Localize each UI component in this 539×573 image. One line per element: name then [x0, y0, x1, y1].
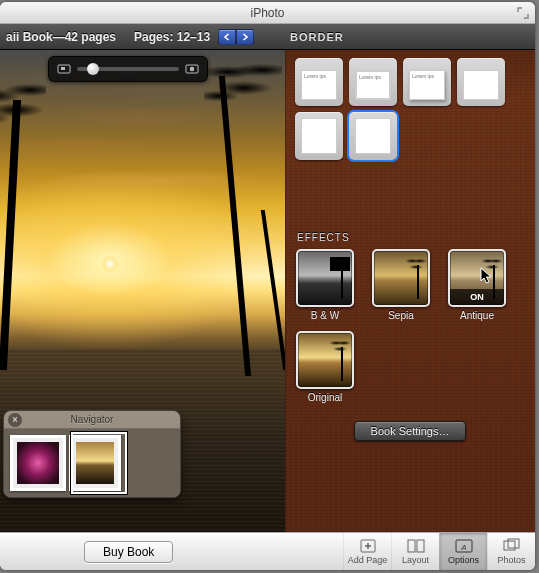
fullscreen-icon[interactable]: [517, 7, 529, 19]
photos-button[interactable]: Photos: [487, 533, 535, 570]
zoom-slider-thumb[interactable]: [87, 63, 99, 75]
effect-original[interactable]: Original: [295, 331, 355, 403]
effect-bw[interactable]: B & W: [295, 249, 355, 321]
options-panel: Lorem ips Lorem ips Lorem ips EFFECTS B …: [285, 50, 535, 532]
book-title: aii Book—42 pages: [6, 30, 116, 44]
zoom-out-icon[interactable]: [57, 63, 71, 75]
svg-rect-9: [504, 541, 515, 550]
prev-page-button[interactable]: [218, 29, 236, 45]
border-section-label: BORDER: [254, 31, 529, 43]
options-button[interactable]: A Options: [439, 533, 487, 570]
navigator-close-button[interactable]: ×: [8, 413, 22, 427]
effects-options: B & W Sepia ON Antique: [295, 249, 525, 403]
zoom-in-icon[interactable]: [185, 63, 199, 75]
page-canvas[interactable]: × Navigator: [0, 50, 285, 532]
border-option-shadow[interactable]: Lorem ips: [403, 58, 451, 106]
content-area: × Navigator Lorem ips Lorem ips Lorem ip…: [0, 50, 535, 532]
effects-section-label: EFFECTS: [297, 232, 525, 243]
svg-text:A: A: [460, 543, 466, 552]
next-page-button[interactable]: [236, 29, 254, 45]
cursor-icon: [480, 267, 494, 285]
effect-sepia[interactable]: Sepia: [371, 249, 431, 321]
zoom-slider[interactable]: [77, 67, 179, 71]
svg-rect-5: [408, 540, 415, 552]
border-option-selected[interactable]: [349, 112, 397, 160]
window: iPhoto aii Book—42 pages Pages: 12–13 BO…: [0, 2, 535, 570]
book-settings-button[interactable]: Book Settings…: [354, 421, 467, 441]
svg-rect-10: [508, 539, 519, 548]
border-option-thin[interactable]: Lorem ips: [349, 58, 397, 106]
page-indicator: Pages: 12–13: [134, 30, 210, 44]
border-option-plain[interactable]: Lorem ips: [295, 58, 343, 106]
navigator-viewport[interactable]: [71, 432, 127, 494]
svg-point-3: [190, 67, 194, 71]
add-page-button[interactable]: Add Page: [343, 533, 391, 570]
layout-button[interactable]: Layout: [391, 533, 439, 570]
effect-on-badge: ON: [450, 289, 504, 305]
navigator-page-left[interactable]: [10, 435, 66, 491]
page-nav: [218, 29, 254, 45]
effect-antique[interactable]: ON Antique: [447, 249, 507, 321]
border-option-nocap1[interactable]: [457, 58, 505, 106]
app-title: iPhoto: [250, 6, 284, 20]
zoom-popover: [48, 56, 208, 82]
border-options: Lorem ips Lorem ips Lorem ips: [295, 58, 525, 160]
buy-book-button[interactable]: Buy Book: [84, 541, 173, 563]
navigator-title: × Navigator: [4, 411, 180, 429]
navigator-body: [4, 429, 180, 497]
book-header: aii Book—42 pages Pages: 12–13 BORDER: [0, 24, 535, 50]
titlebar: iPhoto: [0, 2, 535, 24]
border-option-nocap2[interactable]: [295, 112, 343, 160]
navigator-panel[interactable]: × Navigator: [3, 410, 181, 498]
bottom-toolbar: Buy Book Add Page Layout A Options Photo…: [0, 532, 535, 570]
svg-rect-1: [61, 67, 65, 70]
svg-rect-6: [417, 540, 424, 552]
